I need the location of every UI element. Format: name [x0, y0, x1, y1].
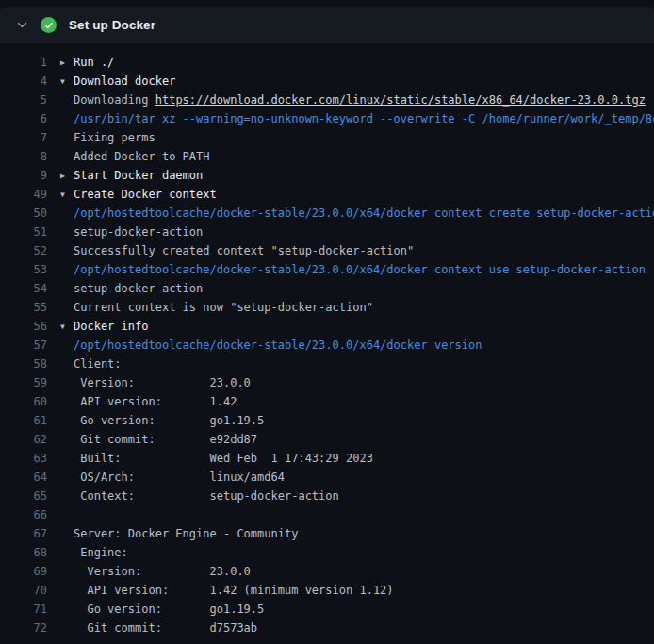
- log-line: 67Server: Docker Engine - Community: [0, 524, 654, 543]
- log-text: OS/Arch: linux/amd64: [60, 468, 285, 487]
- line-number[interactable]: 53: [0, 260, 47, 279]
- line-number[interactable]: 51: [0, 223, 47, 241]
- line-number[interactable]: 67: [0, 524, 47, 543]
- log-text: setup-docker-action: [60, 279, 203, 298]
- log-line: 55Current context is now "setup-docker-a…: [0, 298, 654, 317]
- log-text: Client:: [60, 355, 122, 373]
- log-text: Go version: go1.19.5: [60, 411, 264, 430]
- log-text: Engine:: [60, 543, 128, 562]
- log-line: 64 OS/Arch: linux/amd64: [0, 468, 654, 487]
- line-number[interactable]: 1: [0, 53, 47, 72]
- log-text: API version: 1.42 (minimum version 1.12): [60, 581, 394, 600]
- log-line: 65 Context: setup-docker-action: [0, 487, 654, 505]
- line-number[interactable]: 69: [0, 562, 47, 581]
- log-text: Git commit: d7573ab: [60, 619, 257, 637]
- log-text: API version: 1.42: [60, 392, 237, 411]
- line-number[interactable]: 56: [0, 317, 47, 336]
- line-number[interactable]: 61: [0, 411, 47, 430]
- log-url-link[interactable]: https://download.docker.com/linux/static…: [155, 93, 646, 107]
- log-line: 66: [0, 505, 654, 524]
- log-line: 63 Built: Wed Feb 1 17:43:29 2023: [0, 449, 654, 468]
- line-number[interactable]: 49: [0, 185, 47, 204]
- log-text: Context: setup-docker-action: [60, 487, 339, 505]
- log-line: 71 Go version: go1.19.5: [0, 600, 654, 619]
- line-number[interactable]: 62: [0, 430, 47, 449]
- log-text: Added Docker to PATH: [60, 147, 210, 166]
- log-line: 60 API version: 1.42: [0, 392, 654, 411]
- log-text: Downloading: [74, 93, 155, 107]
- log-line: 57/opt/hostedtoolcache/docker-stable/23.…: [0, 336, 654, 355]
- line-number[interactable]: 66: [0, 505, 47, 524]
- log-command-text: /opt/hostedtoolcache/docker-stable/23.0.…: [60, 336, 482, 355]
- collapse-toggle-icon[interactable]: ▼: [60, 186, 74, 204]
- line-number[interactable]: 64: [0, 468, 47, 487]
- log-line[interactable]: 49▼Create Docker context: [0, 185, 654, 204]
- log-container: 1▶Run ./4▼Download docker5Downloading ht…: [0, 43, 654, 637]
- log-text: Version: 23.0.0: [60, 373, 251, 392]
- log-text: Git commit: e92dd87: [60, 430, 257, 449]
- log-line: 58Client:: [0, 355, 654, 373]
- line-number[interactable]: 72: [0, 619, 47, 637]
- line-number[interactable]: 63: [0, 449, 47, 468]
- line-number[interactable]: 8: [0, 147, 47, 166]
- collapse-toggle-icon[interactable]: ▼: [60, 318, 74, 336]
- log-line: 5Downloading https://download.docker.com…: [0, 91, 654, 109]
- log-line: 59 Version: 23.0.0: [0, 373, 654, 392]
- line-number[interactable]: 52: [0, 241, 47, 260]
- log-text: Successfully created context "setup-dock…: [60, 241, 414, 260]
- step-header[interactable]: Set up Docker: [0, 7, 654, 43]
- log-line: 6/usr/bin/tar xz --warning=no-unknown-ke…: [0, 109, 654, 128]
- line-number[interactable]: 4: [0, 72, 47, 91]
- collapse-toggle-icon[interactable]: ▼: [60, 73, 74, 91]
- log-line[interactable]: 4▼Download docker: [0, 72, 654, 91]
- group-title: Run ./: [74, 56, 114, 69]
- log-line[interactable]: 9▶Start Docker daemon: [0, 166, 654, 185]
- line-number[interactable]: 7: [0, 128, 47, 147]
- chevron-down-icon[interactable]: [15, 19, 28, 32]
- line-number[interactable]: 70: [0, 581, 47, 600]
- log-text: Fixing perms: [60, 128, 155, 147]
- log-line: 7Fixing perms: [0, 128, 654, 147]
- log-text: setup-docker-action: [60, 223, 203, 241]
- log-text: [60, 505, 74, 524]
- expand-toggle-icon[interactable]: ▶: [60, 54, 74, 72]
- log-line: 53/opt/hostedtoolcache/docker-stable/23.…: [0, 260, 654, 279]
- log-command-text: /opt/hostedtoolcache/docker-stable/23.0.…: [60, 260, 646, 279]
- group-title: Start Docker daemon: [74, 169, 203, 182]
- step-title: Set up Docker: [69, 18, 155, 32]
- log-line: 72 Git commit: d7573ab: [0, 619, 654, 637]
- log-line[interactable]: 56▼Docker info: [0, 317, 654, 336]
- line-number[interactable]: 71: [0, 600, 47, 619]
- line-number[interactable]: 5: [0, 91, 47, 109]
- line-number[interactable]: 50: [0, 204, 47, 223]
- log-text: Server: Docker Engine - Community: [60, 524, 298, 543]
- log-text: Version: 23.0.0: [60, 562, 251, 581]
- log-text: Built: Wed Feb 1 17:43:29 2023: [60, 449, 373, 468]
- log-line: 50/opt/hostedtoolcache/docker-stable/23.…: [0, 204, 654, 223]
- line-number[interactable]: 68: [0, 543, 47, 562]
- log-line: 69 Version: 23.0.0: [0, 562, 654, 581]
- group-title: Create Docker context: [74, 188, 217, 201]
- log-line: 70 API version: 1.42 (minimum version 1.…: [0, 581, 654, 600]
- success-check-icon: [41, 17, 57, 33]
- log-text: Current context is now "setup-docker-act…: [60, 298, 373, 317]
- log-line[interactable]: 1▶Run ./: [0, 53, 654, 72]
- line-number[interactable]: 9: [0, 166, 47, 185]
- line-number[interactable]: 55: [0, 298, 47, 317]
- line-number[interactable]: 58: [0, 355, 47, 373]
- line-number[interactable]: 65: [0, 487, 47, 505]
- log-line: 52Successfully created context "setup-do…: [0, 241, 654, 260]
- line-number[interactable]: 57: [0, 336, 47, 355]
- log-line: 61 Go version: go1.19.5: [0, 411, 654, 430]
- log-line: 68 Engine:: [0, 543, 654, 562]
- log-line: 8Added Docker to PATH: [0, 147, 654, 166]
- log-command-text: /opt/hostedtoolcache/docker-stable/23.0.…: [60, 204, 654, 223]
- line-number[interactable]: 6: [0, 109, 47, 128]
- expand-toggle-icon[interactable]: ▶: [60, 167, 74, 185]
- line-number[interactable]: 60: [0, 392, 47, 411]
- line-number[interactable]: 59: [0, 373, 47, 392]
- log-text: Go version: go1.19.5: [60, 600, 264, 619]
- log-line: 54setup-docker-action: [0, 279, 654, 298]
- log-line: 51setup-docker-action: [0, 223, 654, 241]
- line-number[interactable]: 54: [0, 279, 47, 298]
